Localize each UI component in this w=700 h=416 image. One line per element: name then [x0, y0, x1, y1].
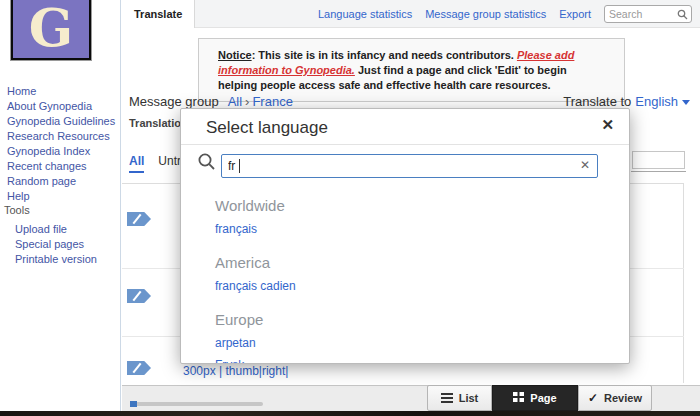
notice-text-before: : This site is in its infancy and needs …	[252, 49, 517, 61]
clear-icon[interactable]: ✕	[580, 158, 590, 172]
close-icon[interactable]: ✕	[601, 116, 614, 134]
search-icon[interactable]	[677, 9, 688, 20]
language-region-group: Europe arpetanFrysk	[215, 311, 629, 364]
region-languages: arpetanFrysk	[215, 336, 629, 364]
translate-page: G HomeAbout GynopediaGynopedia Guideline…	[0, 0, 700, 416]
sidebar-item[interactable]: Help	[7, 190, 30, 202]
page-view-button[interactable]: Page	[492, 385, 578, 411]
translation-column-header: Translation	[129, 117, 188, 129]
chevron-down-icon	[682, 100, 690, 105]
region-name: Europe	[215, 311, 629, 328]
tools-section-label: Tools	[4, 204, 30, 216]
language-option[interactable]: français cadien	[215, 279, 296, 293]
target-language-dropdown[interactable]: English	[635, 94, 690, 109]
notice-label: Notice	[218, 49, 252, 61]
site-notice: Notice: This site is in its infancy and …	[198, 38, 625, 102]
dialog-title: Select language	[206, 118, 328, 138]
language-option[interactable]: Frysk	[215, 358, 244, 364]
text-cursor	[239, 159, 240, 173]
region-languages: français	[215, 222, 629, 236]
region-languages: français cadien	[215, 279, 629, 293]
link-message-group-statistics[interactable]: Message group statistics	[425, 8, 546, 20]
message-filter-tabs: All Untr	[129, 154, 181, 173]
horizontal-scrollbar-track	[130, 402, 263, 406]
screen-bottom-edge	[0, 411, 700, 416]
language-option[interactable]: arpetan	[215, 336, 256, 350]
top-tab-bar: Translate Language statistics Message gr…	[122, 0, 700, 28]
list-icon	[441, 393, 453, 403]
region-name: America	[215, 254, 629, 271]
language-search-input[interactable]	[221, 154, 598, 178]
review-button-label: Review	[604, 392, 642, 404]
language-search-row: ✕	[181, 145, 629, 189]
tab-untranslated[interactable]: Untr	[158, 154, 181, 173]
language-region-group: Worldwide français	[215, 197, 629, 236]
filter-box	[632, 151, 685, 169]
list-button-label: List	[459, 392, 479, 404]
tools-item[interactable]: Printable version	[15, 253, 97, 265]
page-button-label: Page	[530, 392, 556, 404]
language-results: Worldwide français America français cadi…	[181, 189, 629, 364]
search-input[interactable]	[609, 6, 675, 22]
language-search-field: ✕	[221, 154, 598, 178]
translate-to-label: Translate to	[563, 94, 631, 109]
sidebar: G HomeAbout GynopediaGynopedia Guideline…	[0, 0, 121, 411]
site-logo[interactable]: G	[11, 0, 91, 60]
magnifier-icon	[197, 152, 216, 171]
top-links: Language statistics Message group statis…	[318, 0, 692, 28]
message-row-text[interactable]: 300px | thumb|right|	[183, 364, 288, 378]
translate-to-selector: Translate to English	[563, 94, 690, 109]
bottom-toolbar: List Page ✓ Review	[122, 385, 700, 411]
language-option[interactable]: français	[215, 222, 257, 236]
check-icon: ✓	[588, 391, 598, 405]
horizontal-scrollbar-thumb[interactable]	[130, 401, 137, 407]
language-region-group: America français cadien	[215, 254, 629, 293]
breadcrumb-france[interactable]: France	[252, 94, 292, 109]
region-name: Worldwide	[215, 197, 629, 214]
link-export[interactable]: Export	[559, 8, 591, 20]
tab-translate[interactable]: Translate	[122, 0, 195, 28]
review-button[interactable]: ✓ Review	[578, 385, 652, 411]
tab-all[interactable]: All	[129, 154, 144, 173]
view-mode-buttons: List Page ✓ Review	[427, 385, 652, 411]
table-top-border	[631, 171, 686, 172]
message-group-label: Message group	[129, 94, 219, 109]
sidebar-nav: HomeAbout GynopediaGynopedia GuidelinesR…	[7, 81, 115, 201]
message-group-breadcrumb: Message groupAll›France	[129, 94, 293, 109]
breadcrumb-separator: ›	[242, 94, 252, 109]
target-language-value: English	[635, 94, 678, 109]
breadcrumb-all[interactable]: All	[228, 94, 242, 109]
grid-icon	[513, 392, 524, 404]
list-view-button[interactable]: List	[427, 385, 492, 411]
logo-letter: G	[29, 2, 73, 54]
select-language-dialog: Select language ✕ ✕ Worldwide français	[180, 108, 630, 364]
dialog-header: Select language ✕	[181, 109, 629, 145]
site-search	[604, 5, 692, 23]
link-language-statistics[interactable]: Language statistics	[318, 8, 412, 20]
tools-nav: Upload fileSpecial pagesPrintable versio…	[15, 219, 97, 264]
